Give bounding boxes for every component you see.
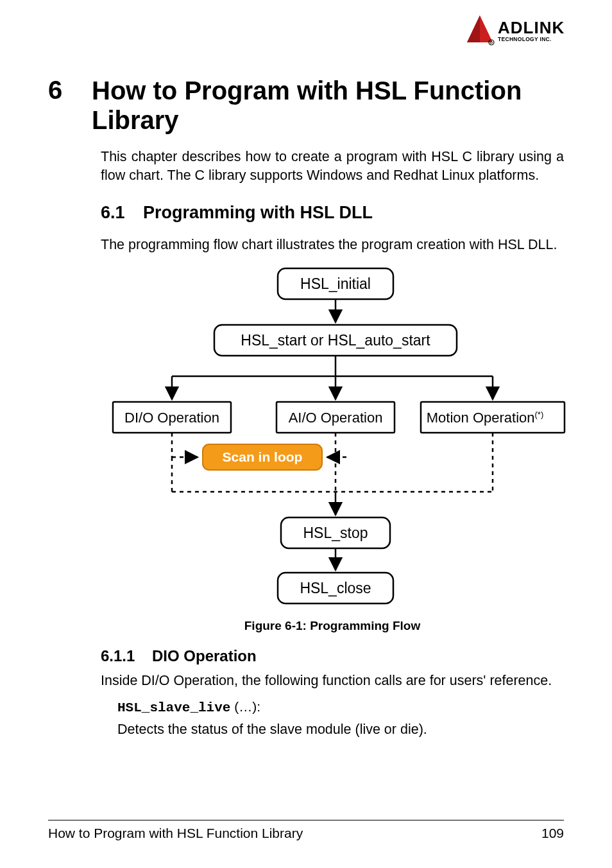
adlink-logo: R ADLINK TECHNOLOGY INC. (464, 12, 574, 50)
section-intro: The programming flow chart illustrates t… (101, 236, 564, 254)
footer-rule (48, 820, 564, 820)
svg-text:Motion Operation(*): Motion Operation(*) (427, 410, 543, 426)
svg-text:R: R (490, 41, 493, 45)
flow-box-initial: HSL_initial (300, 275, 371, 292)
logo-brand: ADLINK (498, 18, 565, 37)
flow-box-stop: HSL_stop (303, 525, 368, 541)
logo-subbrand: TECHNOLOGY INC. (498, 36, 552, 42)
code-function-line: HSL_slave_live (…): (117, 699, 564, 715)
flow-scan-loop: Scan in loop (223, 449, 303, 464)
subsection-number: 6.1.1 (101, 647, 152, 665)
section-number: 6.1 (101, 203, 143, 223)
programming-flow-diagram: HSL_initial HSL_start or HSL_auto_start … (95, 263, 570, 610)
chapter-number: 6 (48, 76, 92, 105)
footer-left: How to Program with HSL Function Library (48, 826, 303, 841)
code-function-desc: Detects the status of the slave module (… (117, 722, 564, 738)
flow-box-close: HSL_close (300, 580, 371, 596)
code-function-name: HSL_slave_live (117, 700, 230, 715)
code-function-suffix: (…): (230, 699, 260, 714)
figure-caption: Figure 6-1: Programming Flow (244, 619, 420, 633)
chapter-intro: This chapter describes how to create a p… (101, 148, 564, 185)
flow-box-motion: Motion Operation (427, 410, 535, 426)
subsection-intro: Inside DI/O Operation, the following fun… (101, 672, 564, 690)
flow-box-start: HSL_start or HSL_auto_start (241, 332, 430, 349)
subsection-title: DIO Operation (152, 647, 257, 665)
chapter-title: How to Program with HSL Function Library (92, 76, 564, 135)
flow-box-aio: AI/O Operation (289, 410, 383, 426)
section-title: Programming with HSL DLL (143, 203, 373, 223)
flow-box-dio: DI/O Operation (124, 410, 219, 426)
flow-motion-star: (*) (535, 410, 544, 419)
footer-page-number: 109 (541, 826, 564, 841)
